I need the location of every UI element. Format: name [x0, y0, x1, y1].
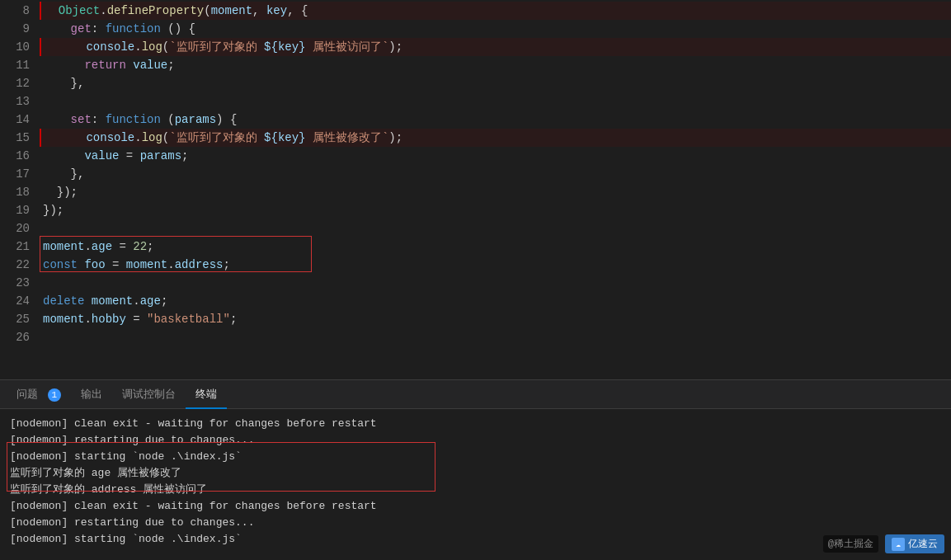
tab-debug-console[interactable]: 调试控制台	[112, 380, 186, 409]
terminal-line-3: [nodemon] starting `node .\index.js`	[10, 449, 941, 465]
code-line-19: });	[40, 201, 951, 219]
code-line-23	[40, 274, 951, 292]
code-line-9: get: function () {	[40, 20, 951, 38]
terminal-content-wrapper: [nodemon] clean exit - waiting for chang…	[0, 409, 951, 554]
problems-badge: 1	[48, 388, 61, 402]
code-line-14: set: function (params) {	[40, 111, 951, 129]
bottom-right-area: @稀土掘金 ☁ 亿速云	[823, 534, 944, 553]
code-line-24: delete moment.age;	[40, 292, 951, 310]
terminal-output: [nodemon] clean exit - waiting for chang…	[0, 409, 951, 554]
code-line-8: Object.defineProperty(moment, key, {	[40, 2, 951, 20]
brand-label: 亿速云	[908, 537, 938, 551]
line-numbers: 8 9 10 11 12 13 14 15 16 17 18 19 20 21 …	[0, 0, 40, 379]
terminal-line-5: 监听到了对象的 address 属性被访问了	[10, 482, 941, 498]
code-line-11: return value;	[40, 56, 951, 74]
code-line-17: },	[40, 165, 951, 183]
tab-terminal[interactable]: 终端	[186, 380, 227, 409]
code-line-25: moment.hobby = "basketball";	[40, 310, 951, 328]
terminal-line-7: [nodemon] restarting due to changes...	[10, 515, 941, 531]
code-line-10: console.log(`监听到了对象的 ${key} 属性被访问了`);	[40, 38, 951, 56]
code-lines: Object.defineProperty(moment, key, { get…	[40, 0, 951, 379]
terminal-tabs: 问题 1 输出 调试控制台 终端	[0, 380, 951, 409]
editor-area: 8 9 10 11 12 13 14 15 16 17 18 19 20 21 …	[0, 0, 951, 379]
code-line-12: },	[40, 74, 951, 92]
terminal-line-4: 监听到了对象的 age 属性被修改了	[10, 465, 941, 482]
code-line-21: moment.age = 22;	[40, 238, 951, 256]
tab-problems[interactable]: 问题 1	[7, 380, 71, 409]
code-line-22: const foo = moment.address;	[40, 256, 951, 274]
code-line-13	[40, 92, 951, 111]
code-line-20	[40, 219, 951, 238]
brand-badge: ☁ 亿速云	[885, 534, 944, 553]
brand-icon: ☁	[892, 538, 905, 551]
terminal-line-8: [nodemon] starting `node .\index.js`	[10, 531, 941, 548]
terminal-panel: 问题 1 输出 调试控制台 终端 [nodemon] clean exit - …	[0, 379, 951, 560]
site-watermark: @稀土掘金	[823, 535, 878, 553]
terminal-line-6: [nodemon] clean exit - waiting for chang…	[10, 498, 941, 515]
tab-output[interactable]: 输出	[71, 380, 112, 409]
code-line-26	[40, 328, 951, 346]
code-line-16: value = params;	[40, 147, 951, 165]
terminal-line-1: [nodemon] clean exit - waiting for chang…	[10, 416, 941, 432]
code-line-18: });	[40, 183, 951, 201]
code-line-15: console.log(`监听到了对象的 ${key} 属性被修改了`);	[40, 129, 951, 147]
terminal-line-2: [nodemon] restarting due to changes...	[10, 432, 941, 449]
